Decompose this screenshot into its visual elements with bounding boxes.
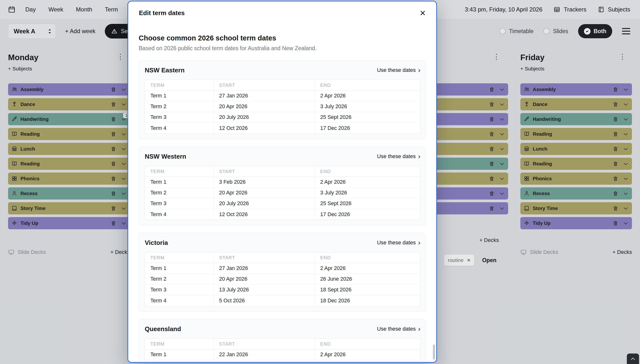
close-icon[interactable]: ×: [420, 8, 426, 18]
table-row: Term 127 Jan 20262 Apr 2026: [145, 91, 420, 101]
table-cell: 20 July 2026: [214, 198, 315, 209]
table-cell: 12 Oct 2026: [214, 209, 315, 220]
table-cell: Term 1: [145, 350, 214, 360]
table-cell: Term 3: [145, 284, 214, 295]
table-cell: Term 2: [145, 101, 214, 112]
use-these-dates-button[interactable]: Use these dates ›: [377, 239, 420, 246]
table-cell: Term 4: [145, 123, 214, 134]
table-header-cell: START: [214, 252, 315, 263]
table-cell: 13 July 2026: [214, 284, 315, 295]
table-cell: 18 Sept 2026: [315, 284, 420, 295]
table-cell: Term 1: [145, 263, 214, 274]
table-cell: 3 Feb 2026: [214, 177, 315, 187]
table-cell: 18 Dec 2026: [315, 295, 420, 306]
table-row: Term 127 Jan 20262 Apr 2026: [145, 263, 420, 274]
table-header-cell: START: [214, 339, 315, 349]
table-row: Term 412 Oct 202617 Dec 2026: [145, 209, 420, 220]
table-row: Term 13 Feb 20262 Apr 2026: [145, 177, 420, 188]
chevron-up-icon: [630, 357, 636, 360]
term-dates-table: TERMSTARTEND Term 127 Jan 20262 Apr 2026…: [145, 80, 420, 134]
chevron-right-icon: ›: [418, 67, 420, 74]
chevron-right-icon: ›: [418, 326, 420, 332]
term-dates-table: TERMSTARTEND Term 13 Feb 20262 Apr 2026T…: [145, 166, 420, 220]
table-row: Term 320 July 202625 Sept 2026: [145, 198, 420, 209]
table-cell: 3 July 2026: [315, 188, 420, 198]
table-cell: Term 4: [145, 209, 214, 220]
modal-heading: Choose common 2026 school term dates: [139, 34, 426, 42]
table-header-cell: END: [315, 166, 420, 177]
table-cell: 25 Sept 2026: [315, 198, 420, 209]
term-region-card: NSW Eastern Use these dates › TERMSTARTE…: [139, 60, 426, 139]
use-these-dates-button[interactable]: Use these dates ›: [377, 153, 420, 160]
table-row: Term 45 Oct 202618 Dec 2026: [145, 295, 420, 306]
table-cell: 2 Apr 2026: [315, 91, 420, 101]
table-row: Term 122 Jan 20262 Apr 2026: [145, 350, 420, 360]
table-cell: 26 June 2026: [315, 360, 420, 363]
table-cell: 5 Oct 2026: [214, 295, 315, 306]
table-header-row: TERMSTARTEND: [145, 166, 420, 177]
table-cell: 3 July 2026: [315, 101, 420, 112]
table-cell: Term 1: [145, 91, 214, 101]
table-cell: Term 2: [145, 360, 214, 363]
table-row: Term 320 July 202625 Sept 2026: [145, 112, 420, 123]
table-header-row: TERMSTARTEND: [145, 80, 420, 91]
table-cell: Term 1: [145, 177, 214, 187]
table-header-cell: END: [315, 80, 420, 90]
chevron-right-icon: ›: [418, 239, 420, 246]
table-header-cell: TERM: [145, 252, 214, 263]
edit-term-dates-modal: Edit term dates × Choose common 2026 sch…: [128, 1, 437, 363]
region-name: NSW Western: [145, 153, 186, 160]
table-cell: 2 Apr 2026: [315, 263, 420, 274]
term-regions-list: NSW Eastern Use these dates › TERMSTARTE…: [139, 60, 426, 363]
table-row: Term 220 Apr 20263 July 2026: [145, 188, 420, 198]
table-cell: 20 Apr 2026: [214, 360, 315, 363]
table-cell: 20 Apr 2026: [214, 188, 315, 198]
table-header-cell: TERM: [145, 166, 214, 177]
table-cell: 17 Dec 2026: [315, 209, 420, 220]
table-cell: 2 Apr 2026: [315, 177, 420, 187]
table-cell: Term 3: [145, 112, 214, 122]
table-cell: 26 June 2026: [315, 274, 420, 284]
table-cell: 25 Sept 2026: [315, 112, 420, 122]
table-row: Term 220 Apr 202626 June 2026: [145, 274, 420, 284]
scroll-to-top-button[interactable]: [627, 354, 639, 364]
region-name: Victoria: [145, 239, 168, 246]
table-cell: 22 Jan 2026: [214, 350, 315, 360]
term-region-card: NSW Western Use these dates › TERMSTARTE…: [139, 147, 426, 225]
region-name: Queensland: [145, 325, 181, 333]
chevron-right-icon: ›: [418, 153, 420, 160]
table-header-row: TERMSTARTEND: [145, 339, 420, 350]
table-cell: 27 Jan 2026: [214, 263, 315, 274]
term-region-card: Queensland Use these dates › TERMSTARTEN…: [139, 319, 426, 363]
use-these-dates-button[interactable]: Use these dates ›: [377, 67, 420, 74]
table-cell: Term 3: [145, 198, 214, 209]
region-name: NSW Eastern: [145, 66, 184, 74]
table-header-cell: START: [214, 80, 315, 90]
table-cell: Term 2: [145, 188, 214, 198]
table-cell: 20 Apr 2026: [214, 274, 315, 284]
table-cell: 17 Dec 2026: [315, 123, 420, 134]
modal-subheading: Based on 2026 public school term dates f…: [139, 45, 426, 52]
table-cell: 12 Oct 2026: [214, 123, 315, 134]
table-row: Term 412 Oct 202617 Dec 2026: [145, 123, 420, 134]
table-cell: Term 2: [145, 274, 214, 284]
modal-title: Edit term dates: [139, 9, 185, 17]
table-header-cell: TERM: [145, 339, 214, 349]
term-dates-table: TERMSTARTEND Term 122 Jan 20262 Apr 2026…: [145, 338, 420, 363]
modal-scrollbar[interactable]: [433, 344, 435, 360]
term-dates-table: TERMSTARTEND Term 127 Jan 20262 Apr 2026…: [145, 252, 420, 306]
table-row: Term 313 July 202618 Sept 2026: [145, 284, 420, 295]
table-cell: 20 Apr 2026: [214, 101, 315, 112]
term-region-card: Victoria Use these dates › TERMSTARTEND …: [139, 233, 426, 312]
table-header-cell: END: [315, 252, 420, 263]
table-header-cell: END: [315, 339, 420, 349]
table-cell: 27 Jan 2026: [214, 91, 315, 101]
table-header-cell: TERM: [145, 80, 214, 90]
table-header-cell: START: [214, 166, 315, 177]
table-header-row: TERMSTARTEND: [145, 252, 420, 263]
table-cell: 20 July 2026: [214, 112, 315, 122]
table-row: Term 220 Apr 202626 June 2026: [145, 360, 420, 363]
table-row: Term 220 Apr 20263 July 2026: [145, 101, 420, 112]
table-cell: Term 4: [145, 295, 214, 306]
use-these-dates-button[interactable]: Use these dates ›: [377, 326, 420, 332]
